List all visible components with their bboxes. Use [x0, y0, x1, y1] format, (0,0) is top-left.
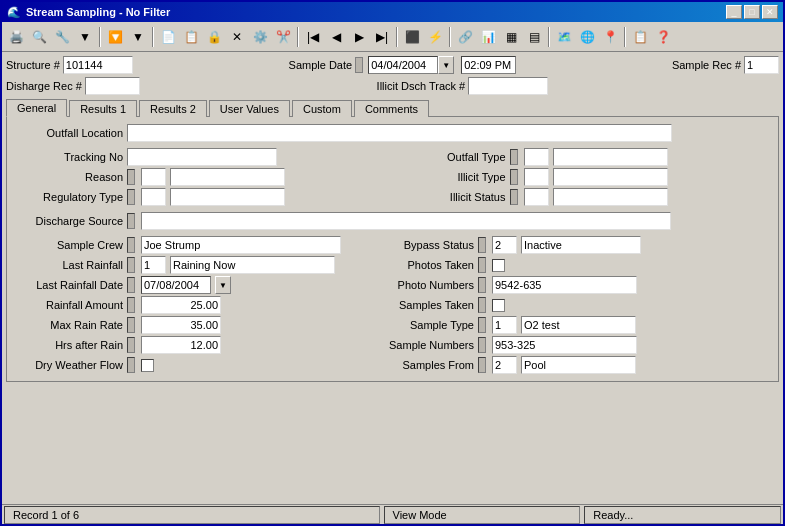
link-button[interactable]: 🔗: [454, 26, 476, 48]
rainfall-amount-input[interactable]: [141, 296, 221, 314]
illicit-type-value-input[interactable]: [553, 168, 668, 186]
map1-button[interactable]: 🗺️: [553, 26, 575, 48]
sample-numbers-input[interactable]: [492, 336, 637, 354]
tab-results2[interactable]: Results 2: [139, 100, 207, 117]
dry-weather-flow-checkbox[interactable]: [141, 359, 154, 372]
outfall-location-input[interactable]: [127, 124, 672, 142]
hrs-after-rain-input[interactable]: [141, 336, 221, 354]
last-rainfall-code-input[interactable]: [141, 256, 166, 274]
illicit-type-code-input[interactable]: [524, 168, 549, 186]
dry-weather-flow-indicator: [127, 357, 135, 373]
max-rain-rate-input[interactable]: [141, 316, 221, 334]
tracking-no-input[interactable]: [127, 148, 277, 166]
bypass-status-row: Bypass Status: [374, 235, 772, 255]
illicit-track-input[interactable]: [468, 77, 548, 95]
grid1-button[interactable]: ▦: [500, 26, 522, 48]
new-button[interactable]: 📄: [157, 26, 179, 48]
reason-value-input[interactable]: [170, 168, 285, 186]
print-button[interactable]: 🖨️: [5, 26, 27, 48]
settings-button[interactable]: ⚙️: [249, 26, 271, 48]
sample-type-value-input[interactable]: [521, 316, 636, 334]
map3-button[interactable]: 📍: [599, 26, 621, 48]
tabs-area: General Results 1 Results 2 User Values …: [6, 98, 779, 382]
dropdown1-button[interactable]: ▼: [74, 26, 96, 48]
sample-type-code-input[interactable]: [492, 316, 517, 334]
bottom-left-col: Sample Crew Last Rainfall: [13, 235, 368, 375]
bypass-status-label: Bypass Status: [374, 239, 474, 251]
separator5: [449, 27, 451, 47]
copy-button[interactable]: 📋: [180, 26, 202, 48]
samples-taken-checkbox[interactable]: [492, 299, 505, 312]
nav-last-button[interactable]: ▶|: [371, 26, 393, 48]
cut-button[interactable]: ✂️: [272, 26, 294, 48]
bypass-status-value-input[interactable]: [521, 236, 641, 254]
sample-type-row: Sample Type: [374, 315, 772, 335]
last-rainfall-date-input[interactable]: [141, 276, 211, 294]
outfall-type-value-input[interactable]: [553, 148, 668, 166]
tabs-container: General Results 1 Results 2 User Values …: [6, 98, 779, 116]
sample-date-input[interactable]: [368, 56, 438, 74]
help-button[interactable]: ❓: [652, 26, 674, 48]
last-rainfall-value-input[interactable]: [170, 256, 335, 274]
reason-code-input[interactable]: [141, 168, 166, 186]
nav-prev-button[interactable]: ◀: [325, 26, 347, 48]
stop-button[interactable]: ⬛: [401, 26, 423, 48]
sample-crew-input[interactable]: [141, 236, 341, 254]
tools-button[interactable]: 🔧: [51, 26, 73, 48]
samples-from-code-input[interactable]: [492, 356, 517, 374]
minimize-button[interactable]: _: [726, 5, 742, 19]
sample-rec-input[interactable]: [744, 56, 779, 74]
regulatory-type-value-input[interactable]: [170, 188, 285, 206]
hrs-after-rain-row: Hrs after Rain: [13, 335, 368, 355]
illicit-status-row: Illicit Status: [396, 187, 773, 207]
maximize-button[interactable]: □: [744, 5, 760, 19]
samples-taken-row: Samples Taken: [374, 295, 772, 315]
date-dropdown-button[interactable]: ▼: [438, 56, 454, 74]
status-record-text: Record 1 of 6: [13, 509, 79, 521]
discharge-rec-input[interactable]: [85, 77, 140, 95]
regulatory-type-code-input[interactable]: [141, 188, 166, 206]
sample-crew-indicator: [127, 237, 135, 253]
map2-button[interactable]: 🌐: [576, 26, 598, 48]
tab-general[interactable]: General: [6, 99, 67, 117]
sample-time-input[interactable]: [461, 56, 516, 74]
filter-button[interactable]: 🔽: [104, 26, 126, 48]
last-rainfall-date-dropdown[interactable]: ▼: [215, 276, 231, 294]
nav-next-button[interactable]: ▶: [348, 26, 370, 48]
lock-button[interactable]: 🔒: [203, 26, 225, 48]
photo-numbers-input[interactable]: [492, 276, 637, 294]
tab-comments[interactable]: Comments: [354, 100, 429, 117]
regulatory-type-row: Regulatory Type: [13, 187, 390, 207]
chart1-button[interactable]: 📊: [477, 26, 499, 48]
sample-numbers-indicator: [478, 337, 486, 353]
tab-custom[interactable]: Custom: [292, 100, 352, 117]
regulatory-type-indicator: [127, 189, 135, 205]
search-button[interactable]: 🔍: [28, 26, 50, 48]
photo-numbers-label: Photo Numbers: [374, 279, 474, 291]
reason-row: Reason: [13, 167, 390, 187]
bypass-status-code-input[interactable]: [492, 236, 517, 254]
grid2-button[interactable]: ▤: [523, 26, 545, 48]
toolbar: 🖨️ 🔍 🔧 ▼ 🔽 ▼ 📄 📋 🔒 ✕ ⚙️ ✂️ |◀ ◀ ▶ ▶| ⬛ ⚡…: [2, 22, 783, 52]
report-button[interactable]: 📋: [629, 26, 651, 48]
structure-label: Structure #: [6, 59, 60, 71]
delete-button[interactable]: ✕: [226, 26, 248, 48]
photos-taken-checkbox[interactable]: [492, 259, 505, 272]
discharge-source-input[interactable]: [141, 212, 671, 230]
structure-input[interactable]: [63, 56, 133, 74]
dropdown2-button[interactable]: ▼: [127, 26, 149, 48]
illicit-status-value-input[interactable]: [553, 188, 668, 206]
outfall-type-code-input[interactable]: [524, 148, 549, 166]
window-controls: _ □ ✕: [726, 5, 778, 19]
close-button[interactable]: ✕: [762, 5, 778, 19]
lightning-button[interactable]: ⚡: [424, 26, 446, 48]
reason-label: Reason: [13, 171, 123, 183]
dry-weather-flow-label: Dry Weather Flow: [13, 359, 123, 371]
samples-from-value-input[interactable]: [521, 356, 636, 374]
tab-user-values[interactable]: User Values: [209, 100, 290, 117]
illicit-status-code-input[interactable]: [524, 188, 549, 206]
tab-results1[interactable]: Results 1: [69, 100, 137, 117]
samples-from-row: Samples From: [374, 355, 772, 375]
sample-crew-label: Sample Crew: [13, 239, 123, 251]
nav-first-button[interactable]: |◀: [302, 26, 324, 48]
